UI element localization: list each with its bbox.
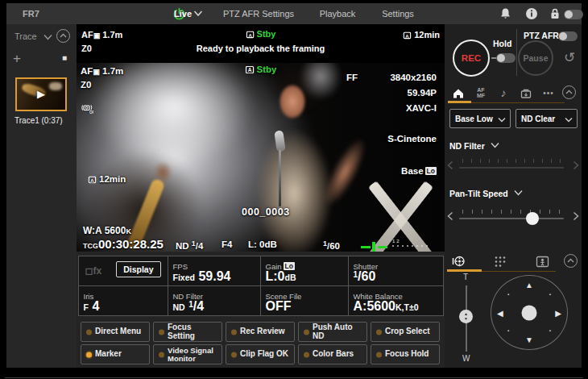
tab-tracking-icon[interactable]	[532, 252, 552, 270]
push-auto-nd-button[interactable]: Push Auto ND	[298, 322, 367, 342]
lock-toggle[interactable]	[564, 10, 583, 19]
rec-hold-toggle[interactable]	[496, 53, 516, 63]
app-root: FR7 Live PTZ AFR Settings Playback Setti…	[6, 3, 582, 368]
add-trace-button[interactable]: +	[13, 52, 21, 65]
af-distance-overlay: AF▣ 1.7m	[81, 66, 123, 76]
settings-tab-row: AFMF ♪ •••	[445, 84, 582, 103]
direct-menu-button[interactable]: Direct Menu	[81, 322, 150, 342]
lock-icon	[549, 7, 561, 20]
pan-tilt-down-right-button[interactable]: ▪	[549, 328, 551, 333]
white-balance-cell[interactable]: White Balance A:5600K,T±0	[348, 285, 444, 316]
audio-ch1-label: 1	[392, 239, 395, 244]
rec-review-button[interactable]: Rec Review	[226, 322, 295, 342]
rec-button[interactable]: REC	[453, 40, 490, 77]
nd-filter-slider	[445, 157, 582, 178]
trace-chevron-down-icon[interactable]	[43, 34, 52, 40]
pan-tilt-up-right-button[interactable]: ▪	[549, 292, 551, 297]
af-area-icon: ▣	[93, 31, 101, 40]
play-icon: ▶	[37, 88, 45, 100]
tab-live[interactable]: Live	[174, 3, 192, 24]
info-icon[interactable]	[525, 7, 538, 20]
pan-tilt-slider-handle[interactable]	[526, 212, 539, 225]
tab-afmf-icon[interactable]: AFMF	[471, 84, 491, 102]
nd-preset-select[interactable]: ND Clear	[516, 109, 578, 128]
svg-text:A: A	[90, 178, 94, 183]
chevron-down-icon	[498, 117, 506, 123]
pause-button[interactable]: Pause	[518, 40, 553, 76]
control-panel: REC Hold PTZ AFR Pause ↺ AFMF ♪ •••	[445, 24, 582, 368]
base-iso-select[interactable]: Base Low	[449, 109, 511, 128]
tab-joystick-icon[interactable]	[449, 252, 468, 270]
shutter-cell[interactable]: Shutter 1/60	[348, 256, 444, 286]
power-chevron-icon[interactable]	[193, 10, 203, 17]
active-tab-underline	[447, 269, 482, 272]
tilt-up-button[interactable]: ▲	[525, 281, 533, 289]
tilt-down-button[interactable]: ▼	[525, 335, 533, 344]
tab-audio-icon[interactable]: ♪	[494, 84, 513, 102]
clip-flag-ok-button[interactable]: Clip Flag OK	[226, 344, 295, 364]
pan-tilt-dpad: ▲ ▼ ◀ ▶ ▪ ▪ ▪ ▪	[491, 275, 568, 350]
trace-icon: A	[246, 30, 255, 39]
focus-indicator	[361, 242, 388, 252]
ptz-afr-toggle[interactable]	[558, 31, 578, 41]
dpad-center-button[interactable]	[522, 305, 537, 320]
focus-setting-button[interactable]: Focus Setting	[153, 322, 222, 342]
framerate-overlay: 59.94P	[408, 88, 437, 98]
pan-tilt-down-left-button[interactable]: ▪	[507, 328, 509, 333]
tab-more-icon[interactable]: •••	[539, 84, 558, 102]
status-dot	[376, 329, 382, 335]
pan-right-button[interactable]: ▶	[555, 308, 561, 317]
nd-slider-left-chevron[interactable]	[447, 160, 453, 170]
video-signal-monitor-button[interactable]: Video Signal Monitor	[153, 344, 222, 364]
stop-trace-button[interactable]: ■	[62, 54, 67, 62]
focus-hold-button[interactable]: Focus Hold	[371, 344, 440, 364]
crop-select-button[interactable]: Crop Select	[371, 322, 440, 342]
tab-preset-positions-icon[interactable]	[491, 252, 510, 270]
color-bars-button[interactable]: Color Bars	[298, 344, 367, 364]
panel-collapse-icon[interactable]	[562, 85, 576, 99]
audio-level-meter: 1 2	[392, 239, 428, 247]
pan-tilt-speed-section-label: Pan-Tilt Speed	[449, 189, 523, 198]
trace-remaining-status: A12min	[403, 30, 440, 40]
tab-playback[interactable]: Playback	[320, 3, 356, 24]
active-tab-underline	[448, 101, 471, 103]
pan-tilt-speed-slider	[445, 208, 582, 229]
trace-clip-thumbnail[interactable]: ▶	[15, 77, 67, 111]
pan-tilt-up-left-button[interactable]: ▪	[507, 292, 509, 297]
status-dot	[159, 329, 164, 335]
tab-media-icon[interactable]	[516, 84, 536, 102]
scene-file-cell[interactable]: Scene File OFF	[260, 285, 349, 316]
status-strip: AF▣ 1.7m Z0 AStby Ready to playback the …	[77, 24, 445, 63]
trace-collapse-icon[interactable]	[56, 29, 70, 43]
trace-panel-title: Trace	[14, 31, 37, 41]
wide-label: W	[462, 354, 470, 363]
zoom-position-status: Z0	[81, 44, 92, 53]
af-distance-status: AF▣ 1.7m	[81, 30, 122, 40]
notifications-bell-icon[interactable]	[499, 7, 511, 20]
trace-standby-status: AStby	[246, 29, 276, 39]
tab-home-icon[interactable]	[449, 84, 468, 102]
nd-filter-cell[interactable]: ND Filter ND 1/4	[168, 285, 261, 316]
tab-settings[interactable]: Settings	[382, 3, 414, 24]
fps-cell[interactable]: FPS Fixed 59.94	[168, 256, 261, 286]
pan-tilt-slider-left-chevron[interactable]	[447, 211, 453, 221]
framing-message: Ready to playback the framing	[197, 44, 325, 53]
marker-button[interactable]: Marker	[81, 344, 150, 364]
camera-video-monitor[interactable]: AF▣ 1.7m Z0 OFF AStby FF 3840x2160 59.94…	[77, 63, 445, 252]
status-dot	[376, 352, 382, 357]
monitor-column: AF▣ 1.7m Z0 AStby Ready to playback the …	[77, 24, 445, 368]
pan-left-button[interactable]: ◀	[497, 308, 503, 317]
reset-icon[interactable]: ↺	[564, 49, 575, 66]
trace-icon: A	[245, 65, 255, 74]
chevron-down-icon	[565, 117, 573, 123]
gain-cell[interactable]: GainLo L:0dB	[260, 256, 349, 286]
pan-tilt-slider-right-chevron[interactable]	[573, 211, 579, 221]
iris-cell[interactable]: Iris F 4	[78, 285, 168, 316]
nd-slider-right-chevron[interactable]	[573, 160, 579, 170]
chevron-down-icon	[491, 142, 499, 148]
tab-ptz-afr-settings[interactable]: PTZ AFR Settings	[223, 3, 294, 24]
ptz-collapse-icon[interactable]	[564, 254, 578, 268]
display-button[interactable]: Display	[116, 261, 160, 277]
svg-text:A: A	[247, 67, 251, 73]
zoom-slider-handle[interactable]: ▲▼	[459, 310, 473, 323]
